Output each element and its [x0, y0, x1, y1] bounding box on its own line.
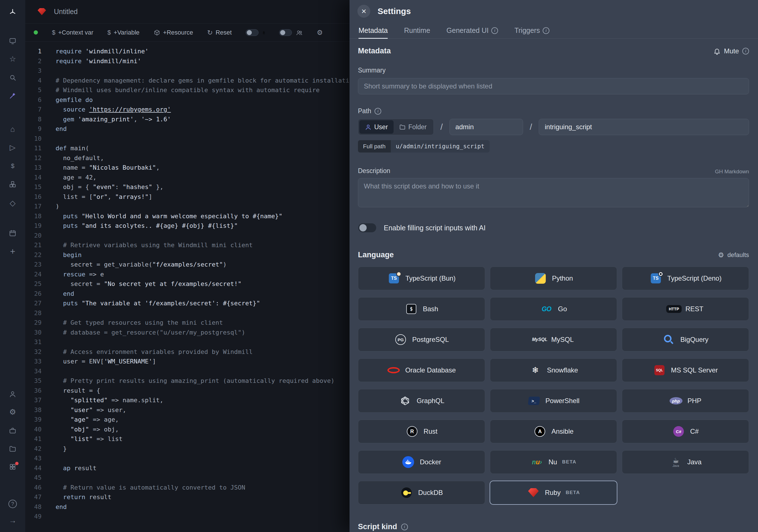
code-line[interactable]: ): [55, 202, 357, 211]
ai-inputs-toggle[interactable]: [358, 223, 376, 232]
language-option-go[interactable]: GOGo: [490, 297, 617, 321]
code-line[interactable]: # Retrieve variables using the Windmill …: [55, 240, 357, 250]
add-resource-button[interactable]: +Resource: [154, 29, 193, 36]
code-line[interactable]: source 'https://rubygems.org': [55, 105, 357, 115]
code-line[interactable]: name = "Nicolas Bourbaki",: [55, 163, 357, 173]
code-line[interactable]: gemfile do: [55, 95, 357, 105]
language-defaults-button[interactable]: defaults: [718, 251, 749, 259]
search-icon[interactable]: [0, 71, 25, 84]
ai-wand-icon[interactable]: [0, 89, 25, 102]
collab-mode-toggle[interactable]: [279, 29, 292, 36]
user-icon[interactable]: [0, 388, 25, 400]
tab-runtime[interactable]: Runtime: [404, 22, 430, 39]
tab-metadata[interactable]: Metadata: [359, 22, 388, 39]
script-title-input[interactable]: [54, 8, 172, 16]
home-icon[interactable]: [0, 123, 25, 135]
schedules-icon[interactable]: [0, 227, 25, 239]
code-line[interactable]: # Dependency management: declare gems in…: [55, 76, 357, 86]
language-option-oracle[interactable]: Oracle Database: [358, 358, 485, 382]
code-line[interactable]: def main(: [55, 144, 357, 153]
language-option-ansible[interactable]: AAnsible: [490, 420, 617, 443]
code-line[interactable]: # Return value is automatically converte…: [55, 483, 357, 493]
code-line[interactable]: gem 'amazing_print', '~> 1.6': [55, 115, 357, 124]
resources-icon[interactable]: [0, 178, 25, 191]
code-line[interactable]: }: [55, 444, 357, 454]
language-option-ruby[interactable]: RubyBETA: [490, 481, 617, 505]
code-line[interactable]: [55, 231, 357, 241]
language-option-typescript-deno[interactable]: TSTypeScript (Deno): [622, 266, 749, 290]
mute-button[interactable]: Mute: [713, 47, 749, 55]
code-line[interactable]: [55, 337, 357, 347]
code-line[interactable]: puts "The variable at 'f/examples/secret…: [55, 299, 357, 308]
code-line[interactable]: # Windmill uses bundler/inline compatibl…: [55, 86, 357, 95]
language-option-powershell[interactable]: >_PowerShell: [490, 389, 617, 413]
code-line[interactable]: "user" => user,: [55, 405, 357, 415]
add-variable-button[interactable]: +Variable: [108, 29, 140, 36]
language-option-java[interactable]: ☕Java: [622, 450, 749, 474]
variables-icon[interactable]: [0, 160, 25, 172]
workspace-icon[interactable]: [0, 35, 25, 47]
code-line[interactable]: secret = "No secret yet at f/examples/se…: [55, 279, 357, 289]
language-option-postgresql[interactable]: PGPostgreSQL: [358, 328, 485, 351]
path-name-input[interactable]: [539, 119, 749, 135]
code-line[interactable]: secret = get_variable("f/examples/secret…: [55, 260, 357, 270]
language-option-docker[interactable]: Docker: [358, 450, 485, 474]
apps-grid-icon[interactable]: [0, 461, 25, 473]
close-settings-button[interactable]: [358, 5, 370, 18]
code-line[interactable]: # Get typed resources using the mini cli…: [55, 318, 357, 328]
diff-mode-toggle[interactable]: [246, 29, 258, 36]
code-line[interactable]: [55, 473, 357, 483]
runs-icon[interactable]: [0, 141, 25, 154]
language-option-rest[interactable]: HTTPREST: [622, 297, 749, 321]
language-option-csharp[interactable]: C#C#: [622, 420, 749, 443]
code-line[interactable]: puts "and its acolytes.. #{age} #{obj} #…: [55, 221, 357, 231]
favorites-icon[interactable]: [0, 53, 25, 65]
add-context-var-button[interactable]: +Context var: [52, 29, 93, 36]
owner-kind-folder[interactable]: Folder: [394, 120, 432, 134]
code-line[interactable]: user = ENV['WM_USERNAME']: [55, 357, 357, 367]
code-line[interactable]: obj = { "even": "hashes" },: [55, 182, 357, 192]
language-option-typescript-bun[interactable]: TSTypeScript (Bun): [358, 266, 485, 290]
help-icon[interactable]: ?: [0, 498, 25, 510]
editor-code[interactable]: require 'windmill/inline'require 'windmi…: [48, 47, 357, 532]
settings-icon[interactable]: [0, 406, 25, 418]
language-option-php[interactable]: phpPHP: [622, 389, 749, 413]
code-line[interactable]: begin: [55, 250, 357, 260]
language-option-mysql[interactable]: MySQLMySQL: [490, 328, 617, 351]
code-line[interactable]: "obj" => obj,: [55, 425, 357, 435]
code-line[interactable]: result = {: [55, 386, 357, 396]
code-line[interactable]: # Access environment variables provided …: [55, 347, 357, 357]
code-line[interactable]: [55, 134, 357, 144]
language-option-rust[interactable]: RRust: [358, 420, 485, 443]
editor-settings-icon[interactable]: [317, 29, 323, 37]
code-line[interactable]: [55, 367, 357, 376]
owner-kind-user[interactable]: User: [359, 120, 394, 134]
code-line[interactable]: end: [55, 124, 357, 134]
path-owner-input[interactable]: [449, 119, 523, 135]
code-line[interactable]: no_default,: [55, 153, 357, 163]
code-line[interactable]: rescue => e: [55, 270, 357, 279]
summary-input[interactable]: [358, 78, 749, 94]
folders-icon[interactable]: [0, 443, 25, 455]
code-line[interactable]: puts "Hello World and a warm welcome esp…: [55, 211, 357, 221]
collapse-sidebar-icon[interactable]: [0, 514, 25, 527]
code-line[interactable]: list = ["or", "arrays!"]: [55, 192, 357, 202]
workers-icon[interactable]: [0, 424, 25, 437]
code-line[interactable]: return result: [55, 492, 357, 502]
reset-button[interactable]: Reset: [207, 29, 232, 37]
code-line[interactable]: "age" => age,: [55, 415, 357, 425]
language-option-snowflake[interactable]: ❄Snowflake: [490, 358, 617, 382]
code-line[interactable]: end: [55, 289, 357, 299]
code-line[interactable]: require 'windmill/inline': [55, 47, 357, 56]
code-line[interactable]: [55, 454, 357, 463]
language-option-python[interactable]: Python: [490, 266, 617, 290]
language-option-mssql[interactable]: SQLMS SQL Server: [622, 358, 749, 382]
language-option-nu[interactable]: nu›NuBETA: [490, 450, 617, 474]
language-option-bash[interactable]: $Bash: [358, 297, 485, 321]
assets-icon[interactable]: [0, 197, 25, 209]
language-option-duckdb[interactable]: DuckDB: [358, 481, 485, 505]
tab-triggers[interactable]: Triggers: [514, 22, 549, 39]
code-line[interactable]: end: [55, 502, 357, 512]
code-line[interactable]: [55, 512, 357, 522]
code-line[interactable]: "list" => list: [55, 434, 357, 444]
